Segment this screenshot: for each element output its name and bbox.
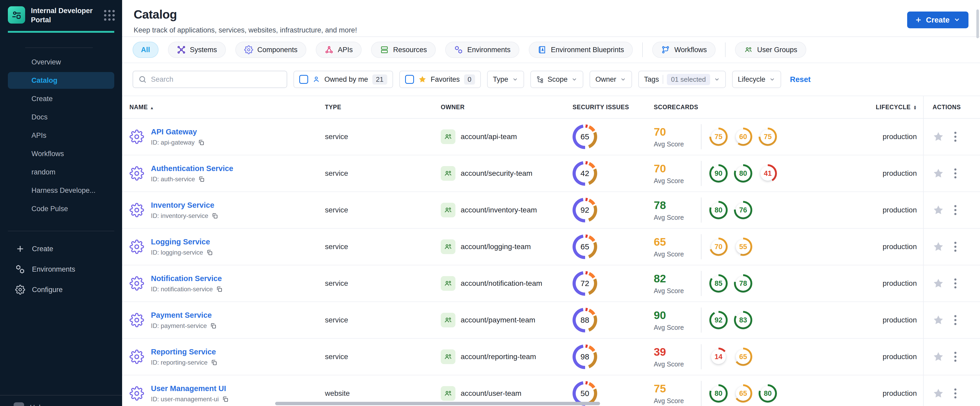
owner-filter-dropdown[interactable]: Owner [590, 71, 632, 88]
tab-all[interactable]: All [133, 42, 159, 58]
owned-by-me-checkbox[interactable] [299, 75, 308, 84]
sidebar-item-create[interactable]: Create [8, 239, 114, 259]
scope-filter-dropdown[interactable]: Scope [530, 71, 584, 88]
favorites-filter[interactable]: Favorites 0 [399, 71, 481, 88]
scorecard-ring: 75 [710, 128, 728, 146]
entity-name-link[interactable]: API Gateway [151, 128, 197, 136]
horizontal-scrollbar-thumb[interactable] [275, 402, 600, 405]
column-header-lifecycle[interactable]: LIFECYCLE▲▼ [829, 104, 923, 111]
scorecard-score: 80 [760, 386, 775, 401]
favorite-star-icon[interactable] [932, 131, 944, 143]
sidebar-nav-item[interactable]: Docs [8, 109, 114, 125]
copy-icon[interactable] [206, 249, 213, 256]
copy-icon[interactable] [198, 176, 205, 182]
tab-components[interactable]: Components [235, 42, 306, 58]
sidebar-nav-item[interactable]: Overview [8, 54, 114, 70]
app-switcher-grid-icon[interactable] [104, 10, 115, 21]
lifecycle-filter-dropdown[interactable]: Lifecycle [732, 71, 781, 88]
scorecard-score: 60 [736, 129, 751, 144]
owner-name[interactable]: account/security-team [461, 169, 533, 178]
tab-systems[interactable]: Systems [168, 42, 226, 58]
kebab-menu-icon[interactable] [954, 131, 957, 143]
tab-apis[interactable]: APIs [316, 42, 362, 58]
scorecard-score: 75 [760, 129, 775, 144]
plus-icon [915, 16, 922, 24]
favorite-star-icon[interactable] [932, 351, 944, 363]
sidebar-nav-item[interactable]: Code Pulse [8, 200, 114, 217]
copy-icon[interactable] [198, 139, 205, 146]
entity-name-link[interactable]: Inventory Service [151, 201, 214, 209]
favorite-star-icon[interactable] [932, 204, 944, 216]
sidebar-nav-item[interactable]: Harness Develope... [8, 182, 114, 199]
tab-user-groups[interactable]: User Groups [735, 42, 806, 58]
favorite-star-icon[interactable] [932, 314, 944, 326]
tab-environment-blueprints[interactable]: Environment Blueprints [529, 42, 633, 58]
favorites-checkbox[interactable] [405, 75, 414, 84]
scorecard-score: 14 [711, 349, 726, 364]
sidebar-nav-item[interactable]: random [8, 164, 114, 181]
users-icon [744, 45, 753, 54]
entity-name-cell: User Management UI ID: user-management-u… [122, 384, 325, 403]
favorite-star-icon[interactable] [932, 168, 944, 179]
reset-filters-link[interactable]: Reset [790, 75, 811, 84]
column-header-name[interactable]: NAME▲ [122, 104, 325, 111]
copy-icon[interactable] [210, 322, 217, 329]
sidebar-help[interactable]: Help [0, 395, 122, 406]
entity-name-link[interactable]: User Management UI [151, 384, 226, 393]
tags-filter-dropdown[interactable]: Tags 01 selected [638, 71, 726, 88]
kebab-menu-icon[interactable] [954, 241, 957, 252]
owner-name[interactable]: account/payment-team [461, 316, 535, 324]
scorecard-badges: 1465 [710, 347, 752, 366]
avg-score-block: 82 Avg Score [654, 273, 701, 295]
tab-resources[interactable]: Resources [371, 42, 436, 58]
owner-name[interactable]: account/api-team [461, 133, 517, 141]
entity-name-link[interactable]: Logging Service [151, 238, 210, 246]
sidebar-nav-item[interactable]: Catalog [8, 72, 114, 89]
entity-name-link[interactable]: Authentication Service [151, 164, 233, 173]
entity-name-link[interactable]: Reporting Service [151, 347, 216, 356]
tab-label: Resources [393, 46, 427, 54]
sidebar-nav-item[interactable]: APIs [8, 127, 114, 144]
tab-environments[interactable]: Environments [445, 42, 519, 58]
search-input[interactable] [151, 75, 282, 84]
entity-name-link[interactable]: Notification Service [151, 274, 222, 282]
copy-icon[interactable] [216, 286, 223, 293]
owner-name[interactable]: account/notification-team [461, 279, 542, 288]
owner-name[interactable]: account/reporting-team [461, 352, 536, 361]
type-filter-dropdown[interactable]: Type [487, 71, 524, 88]
owned-by-me-filter[interactable]: Owned by me 21 [293, 71, 393, 88]
sidebar-nav-item[interactable]: Workflows [8, 145, 114, 162]
entity-name-link[interactable]: Payment Service [151, 311, 212, 319]
create-button[interactable]: Create [907, 11, 969, 28]
kebab-menu-icon[interactable] [954, 388, 957, 399]
security-issues-count: 92 [576, 201, 594, 219]
security-issues-cell: 98 [573, 344, 654, 369]
sidebar-item-environments[interactable]: Environments [8, 259, 114, 279]
scorecards-divider [701, 161, 702, 186]
owner-name[interactable]: account/inventory-team [461, 206, 537, 214]
sidebar-item-configure[interactable]: Configure [8, 279, 114, 300]
copy-icon[interactable] [212, 213, 218, 219]
row-actions [923, 302, 980, 338]
hexagons-icon [15, 264, 25, 274]
owner-name[interactable]: account/user-team [461, 389, 522, 398]
kebab-menu-icon[interactable] [954, 168, 957, 179]
tab-workflows[interactable]: Workflows [652, 42, 716, 58]
copy-icon[interactable] [222, 396, 229, 403]
kebab-menu-icon[interactable] [954, 351, 957, 363]
owner-name[interactable]: account/logging-team [461, 243, 531, 251]
favorite-star-icon[interactable] [932, 278, 944, 289]
favorite-star-icon[interactable] [932, 388, 944, 399]
sidebar-nav-item[interactable]: Create [8, 90, 114, 107]
entity-lifecycle: production [829, 316, 923, 324]
avg-score-value: 90 [654, 309, 701, 322]
vertical-scrollbar-thumb[interactable] [976, 10, 979, 38]
owner-group-icon [441, 386, 455, 401]
entity-name-cell: Reporting Service ID: reporting-service [122, 347, 325, 366]
copy-icon[interactable] [211, 359, 218, 366]
kebab-menu-icon[interactable] [954, 314, 957, 326]
search-icon [138, 75, 147, 84]
kebab-menu-icon[interactable] [954, 278, 957, 289]
kebab-menu-icon[interactable] [954, 204, 957, 216]
favorite-star-icon[interactable] [932, 241, 944, 252]
